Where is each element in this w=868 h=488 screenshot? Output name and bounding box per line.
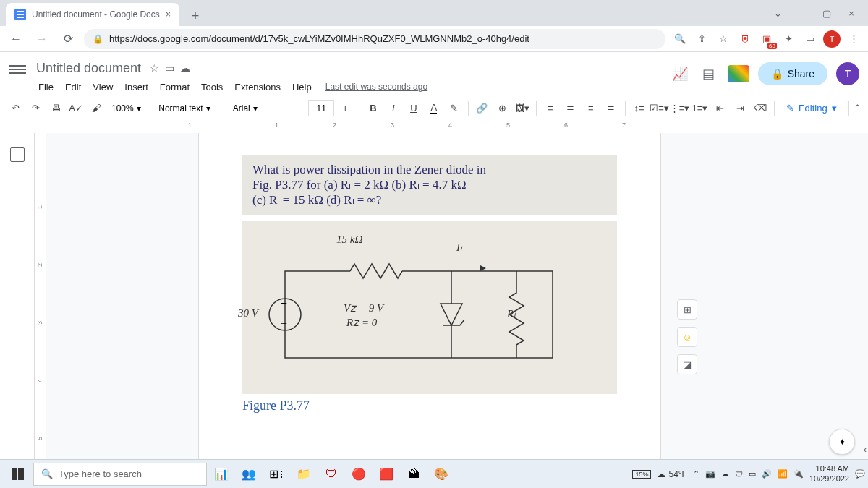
onedrive-icon[interactable]: ☁ — [721, 469, 729, 479]
move-icon[interactable]: ▭ — [165, 62, 174, 74]
increase-font-button[interactable]: + — [336, 99, 354, 118]
share-button[interactable]: 🔒 Share — [758, 62, 827, 85]
camera-icon[interactable]: 📷 — [705, 469, 715, 479]
taskbar-search[interactable]: 🔍 Type here to search — [33, 463, 207, 486]
touchpad-icon[interactable]: ▭ — [749, 469, 756, 479]
menu-format[interactable]: Format — [155, 80, 195, 94]
security-icon[interactable]: 🛡 — [735, 470, 743, 479]
star-icon[interactable]: ☆ — [150, 62, 159, 74]
wifi-icon[interactable]: 📶 — [778, 469, 788, 479]
print-button[interactable]: 🖶 — [46, 99, 65, 118]
share-page-icon[interactable]: ⇪ — [693, 30, 710, 48]
redo-button[interactable]: ↷ — [26, 99, 45, 118]
address-bar[interactable]: 🔒 https://docs.google.com/document/d/17v… — [84, 29, 665, 49]
extension-icon[interactable]: ▣68 — [758, 30, 775, 48]
cloud-icon[interactable]: ☁ — [180, 62, 190, 74]
reading-list-icon[interactable]: ▭ — [801, 30, 819, 48]
menu-edit[interactable]: Edit — [60, 80, 86, 94]
collapse-toolbar-icon[interactable]: ⌃ — [853, 103, 862, 114]
app-icon[interactable]: 🟥 — [373, 461, 399, 487]
gallery-icon[interactable]: 🏔 — [401, 461, 427, 487]
font-select[interactable]: Arial ▾ — [229, 99, 279, 118]
keep-icon[interactable]: ◪ — [677, 354, 697, 374]
horizontal-ruler[interactable]: 1 1 2 3 4 5 6 7 — [43, 121, 680, 133]
history-icon[interactable]: 📈 — [670, 64, 690, 84]
weather-widget[interactable]: ☁ 54°F — [657, 469, 686, 479]
reload-button[interactable]: ⟳ — [58, 29, 78, 49]
highlight-button[interactable]: ✎ — [445, 99, 464, 118]
underline-button[interactable]: U — [404, 99, 423, 118]
last-edit-link[interactable]: Last edit was seconds ago — [326, 82, 427, 92]
undo-button[interactable]: ↶ — [6, 99, 25, 118]
menu-file[interactable]: File — [33, 80, 59, 94]
document-title[interactable]: Untitled document — [33, 59, 144, 77]
chrome-icon[interactable]: 🔴 — [346, 461, 372, 487]
clear-format-button[interactable]: ⌫ — [751, 99, 770, 118]
menu-tools[interactable]: Tools — [196, 80, 228, 94]
align-right-button[interactable]: ≡ — [582, 99, 600, 118]
adblock-icon[interactable]: ⛨ — [736, 30, 754, 48]
explore-button[interactable]: ✦ — [829, 429, 855, 455]
comments-icon[interactable]: ▤ — [699, 64, 719, 84]
bullet-list-button[interactable]: ⋮≡▾ — [670, 99, 689, 118]
zoom-icon[interactable]: 🔍 — [671, 30, 689, 48]
align-justify-button[interactable]: ≣ — [602, 99, 621, 118]
start-button[interactable] — [3, 460, 32, 489]
align-center-button[interactable]: ≣ — [561, 99, 580, 118]
decrease-indent-button[interactable]: ⇤ — [710, 99, 729, 118]
menu-view[interactable]: View — [88, 80, 118, 94]
style-select[interactable]: Normal text ▾ — [154, 99, 219, 118]
font-size-input[interactable] — [308, 100, 334, 116]
hamburger-icon[interactable] — [9, 65, 26, 74]
close-tab-icon[interactable]: × — [166, 9, 171, 20]
kebab-menu-icon[interactable]: ⋮ — [845, 30, 862, 48]
back-button[interactable]: ← — [6, 29, 26, 49]
notifications-icon[interactable]: 💬 — [855, 469, 865, 479]
battery-status[interactable]: 15% — [632, 470, 651, 479]
paint-icon[interactable]: 🎨 — [428, 461, 454, 487]
italic-button[interactable]: I — [384, 99, 403, 118]
menu-help[interactable]: Help — [287, 80, 317, 94]
link-button[interactable]: 🔗 — [472, 99, 491, 118]
image-button[interactable]: 🖼▾ — [513, 99, 532, 118]
paint-format-button[interactable]: 🖌 — [87, 99, 106, 118]
news-icon[interactable]: 📊 — [208, 461, 234, 487]
menu-insert[interactable]: Insert — [119, 80, 153, 94]
tray-chevron-icon[interactable]: ⌃ — [693, 469, 699, 479]
puzzle-icon[interactable]: ✦ — [780, 30, 797, 48]
new-tab-button[interactable]: + — [185, 6, 205, 26]
close-window-icon[interactable]: × — [841, 2, 862, 24]
bold-button[interactable]: B — [364, 99, 383, 118]
power-icon[interactable]: 🔌 — [793, 469, 804, 479]
profile-avatar[interactable]: T — [823, 30, 841, 48]
menu-extensions[interactable]: Extensions — [229, 80, 286, 94]
comment-button[interactable]: ⊕ — [493, 99, 511, 118]
bookmark-icon[interactable]: ☆ — [715, 30, 732, 48]
increase-indent-button[interactable]: ⇥ — [731, 99, 749, 118]
zoom-select[interactable]: 100% ▾ — [107, 99, 145, 118]
outline-icon[interactable] — [10, 147, 25, 162]
forward-button[interactable]: → — [32, 29, 52, 49]
browser-tab[interactable]: Untitled document - Google Docs × — [6, 3, 179, 26]
emoji-icon[interactable]: ☺ — [677, 327, 697, 347]
file-explorer-icon[interactable]: 📁 — [291, 461, 317, 487]
mcafee-icon[interactable]: 🛡 — [318, 461, 344, 487]
clock[interactable]: 10:48 AM 10/29/2022 — [809, 464, 849, 483]
task-view-icon[interactable]: ⊞⫶ — [263, 461, 289, 487]
volume-icon[interactable]: 🔊 — [762, 469, 772, 479]
chevron-down-icon[interactable]: ⌄ — [767, 2, 788, 24]
vertical-ruler[interactable]: 1 2 3 4 5 — [35, 133, 46, 480]
meet-icon[interactable] — [728, 65, 749, 82]
text-color-button[interactable]: A — [425, 99, 443, 118]
number-list-button[interactable]: 1≡▾ — [690, 99, 709, 118]
checklist-button[interactable]: ☑≡▾ — [650, 99, 668, 118]
account-avatar[interactable]: T — [836, 62, 859, 85]
calendar-icon[interactable]: ⊞ — [677, 299, 697, 320]
align-left-button[interactable]: ≡ — [541, 99, 560, 118]
maximize-icon[interactable]: ▢ — [816, 2, 838, 24]
minimize-icon[interactable]: — — [791, 2, 813, 24]
editing-mode-button[interactable]: ✎ Editing ▾ — [779, 100, 844, 116]
decrease-font-button[interactable]: − — [288, 99, 307, 118]
people-icon[interactable]: 👥 — [236, 461, 262, 487]
side-panel-toggle[interactable]: ‹ — [864, 444, 867, 455]
